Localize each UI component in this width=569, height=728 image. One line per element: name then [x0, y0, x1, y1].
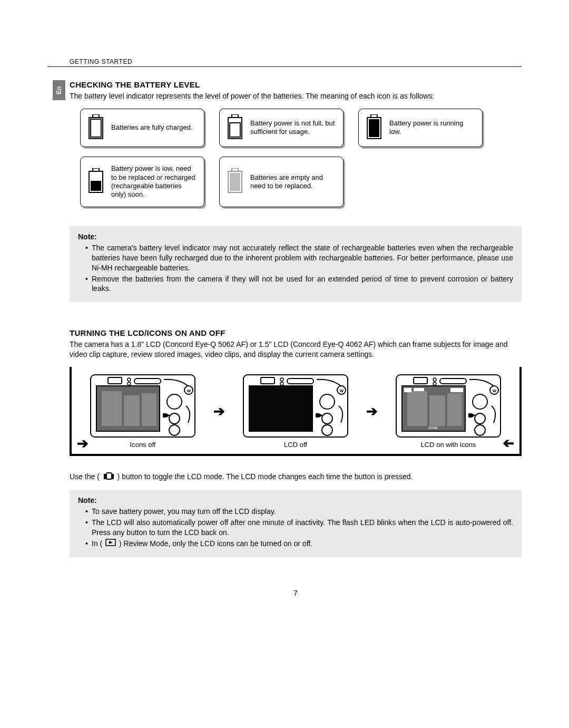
lcd-panel-icons-off: w Icons off: [90, 374, 195, 449]
battery-text: Batteries are empty and need to be repla…: [250, 173, 337, 191]
battery-text: Batteries are fully charged.: [111, 123, 193, 132]
battery-card-low: Battery power is low, need to be replace…: [80, 157, 204, 207]
svg-rect-43: [316, 413, 319, 418]
svg-rect-65: [106, 473, 112, 479]
svg-rect-63: [468, 413, 472, 418]
note-item: In ( ) Review Mode, only the LCD icons c…: [85, 539, 513, 549]
svg-rect-2: [91, 119, 101, 137]
arrow-right-icon: ➔: [213, 403, 225, 420]
battery-card-runninglow: Battery power is running low.: [358, 109, 483, 147]
lcd-caption: LCD on with icons: [396, 441, 501, 449]
svg-text:w: w: [187, 388, 191, 393]
arrow-right-icon: ➔: [366, 403, 378, 420]
language-tab: En: [53, 80, 65, 100]
lcd-panel-lcd-off: w LCD off: [243, 374, 348, 449]
svg-rect-18: [124, 395, 140, 426]
note-item: The camera's battery level indicator may…: [85, 243, 513, 273]
usage-line: Use the ( ) button to toggle the LCD mod…: [70, 472, 522, 482]
svg-rect-50: [414, 388, 424, 391]
svg-rect-19: [142, 393, 156, 426]
note-item: Remove the batteries from the camera if …: [85, 274, 513, 294]
note-item: The LCD will also automatically power of…: [85, 518, 513, 538]
battery-full-icon: [87, 114, 105, 141]
svg-rect-8: [369, 119, 379, 137]
battery-card-full: Batteries are fully charged.: [80, 109, 204, 147]
battery-card-sufficient: Battery power is not full, but sufficien…: [219, 109, 344, 147]
svg-rect-47: [429, 395, 445, 426]
note-box-1: Note: The camera's battery level indicat…: [70, 226, 522, 302]
svg-rect-14: [230, 173, 240, 191]
battery-card-empty: Batteries are empty and need to be repla…: [219, 157, 344, 207]
battery-runninglow-icon: [365, 114, 383, 141]
section1-intro: The battery level indicator represents t…: [70, 91, 522, 101]
battery-text: Battery power is low, need to be replace…: [111, 164, 198, 199]
lcd-panel-lcd-on-icons: 2048 w LCD on with icons: [396, 374, 501, 449]
review-mode-icon: [105, 539, 116, 549]
section2-intro: The camera has a 1.8" LCD (Concord Eye-Q…: [70, 339, 522, 360]
lcd-toggle-icon: [103, 472, 114, 482]
note-item: To save battery power, you may turn off …: [85, 507, 513, 517]
svg-rect-30: [163, 413, 166, 418]
section1-title: CHECKING THE BATTERY LEVEL: [70, 80, 522, 89]
note-post: ) Review Mode, only the LCD icons can be…: [119, 539, 312, 548]
note-label: Note:: [78, 232, 513, 241]
svg-rect-5: [230, 123, 240, 137]
lcd-diagram: ➔ w: [70, 367, 522, 456]
page-number: 7: [70, 589, 522, 597]
usage-pre: Use the (: [70, 472, 100, 481]
svg-text:w: w: [492, 388, 497, 393]
battery-low-icon: [87, 168, 105, 195]
battery-grid: Batteries are fully charged. Battery pow…: [70, 109, 522, 207]
note-label: Note:: [78, 496, 513, 504]
svg-rect-64: [104, 474, 106, 479]
lcd-caption: Icons off: [90, 441, 195, 449]
svg-rect-17: [102, 391, 122, 426]
header-section: GETTING STARTED: [47, 58, 522, 66]
svg-rect-32: [249, 386, 312, 431]
note-box-2: Note: To save battery power, you may tur…: [70, 490, 522, 557]
svg-text:2048: 2048: [428, 425, 438, 430]
battery-text: Battery power is running low.: [389, 119, 476, 137]
battery-sufficient-icon: [226, 114, 244, 141]
svg-rect-46: [407, 391, 427, 426]
svg-rect-51: [450, 388, 463, 392]
svg-text:w: w: [339, 388, 344, 393]
usage-post: ) button to toggle the LCD mode. The LCD…: [117, 472, 413, 481]
svg-rect-48: [447, 393, 462, 426]
svg-marker-68: [109, 541, 113, 544]
section2-title: TURNING THE LCD/ICONS ON AND OFF: [70, 328, 522, 337]
lcd-caption: LCD off: [243, 441, 348, 449]
svg-rect-66: [112, 474, 114, 479]
arrow-right-icon: ➔: [77, 435, 89, 452]
battery-text: Battery power is not full, but sufficien…: [250, 119, 337, 137]
note-pre: In (: [92, 539, 102, 548]
arrow-right-icon: ➔: [503, 435, 514, 452]
svg-rect-11: [91, 181, 101, 191]
svg-rect-49: [404, 388, 411, 392]
battery-empty-icon: [226, 168, 244, 195]
